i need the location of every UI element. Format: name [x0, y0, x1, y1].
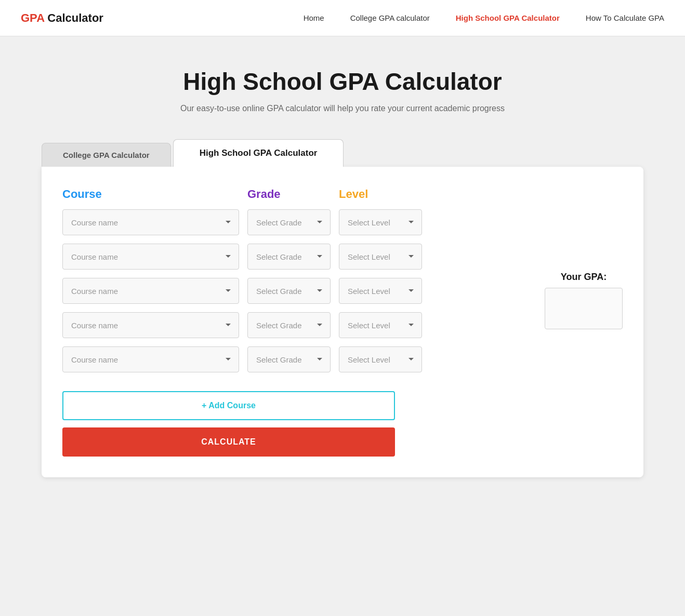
- col-header-grade: Grade: [247, 188, 331, 201]
- level-select-3[interactable]: Select Level RegularHonorsAP: [339, 278, 422, 304]
- gpa-result-box: [545, 288, 623, 329]
- column-headers: Course Grade Level: [62, 188, 623, 201]
- grade-select-4[interactable]: Select Grade A+AA- B+BB- C+CC- DF: [247, 312, 331, 338]
- col-header-course: Course: [62, 188, 239, 201]
- nav-home[interactable]: Home: [304, 14, 324, 22]
- level-select-4[interactable]: Select Level RegularHonorsAP: [339, 312, 422, 338]
- logo-gpa: GPA: [21, 11, 44, 24]
- page-subtitle: Our easy-to-use online GPA calculator wi…: [42, 104, 643, 113]
- col-header-level: Level: [339, 188, 422, 201]
- table-row: Course name Select Grade A+ A A- B+ B B-…: [62, 209, 524, 235]
- nav-college-gpa[interactable]: College GPA calculator: [350, 14, 430, 22]
- course-select-1[interactable]: Course name: [62, 209, 239, 235]
- level-select-5[interactable]: Select Level RegularHonorsAP: [339, 346, 422, 372]
- rows-section: Course name Select Grade A+ A A- B+ B B-…: [62, 209, 524, 381]
- logo: GPA Calculator: [21, 11, 103, 25]
- tabs-container: College GPA Calculator High School GPA C…: [42, 139, 643, 167]
- tab-highschool-gpa[interactable]: High School GPA Calculator: [173, 139, 344, 167]
- gpa-section: Your GPA:: [545, 272, 623, 329]
- table-row: Course name Select Grade A+AA- B+BB- C+C…: [62, 312, 524, 338]
- table-row: Course name Select Grade A+AA- B+BB- C+C…: [62, 346, 524, 372]
- rows-and-gpa: Course name Select Grade A+ A A- B+ B B-…: [62, 209, 623, 381]
- course-select-3[interactable]: Course name: [62, 278, 239, 304]
- grade-select-2[interactable]: Select Grade A+AA- B+BB- C+CC- DF: [247, 244, 331, 270]
- grade-select-5[interactable]: Select Grade A+AA- B+BB- C+CC- DF: [247, 346, 331, 372]
- calculator-card: Course Grade Level Course name Select Gr…: [42, 167, 643, 477]
- grade-select-3[interactable]: Select Grade A+AA- B+BB- C+CC- DF: [247, 278, 331, 304]
- page-title: High School GPA Calculator: [42, 68, 643, 96]
- table-row: Course name Select Grade A+AA- B+BB- C+C…: [62, 244, 524, 270]
- header: GPA Calculator Home College GPA calculat…: [0, 0, 685, 36]
- table-row: Course name Select Grade A+AA- B+BB- C+C…: [62, 278, 524, 304]
- nav: Home College GPA calculator High School …: [304, 14, 664, 22]
- actions-section: + Add Course CALCULATE: [62, 391, 623, 457]
- level-select-2[interactable]: Select Level RegularHonorsAP: [339, 244, 422, 270]
- calculate-button[interactable]: CALCULATE: [62, 427, 395, 457]
- gpa-label: Your GPA:: [561, 272, 607, 283]
- tab-college-gpa[interactable]: College GPA Calculator: [42, 143, 171, 167]
- nav-highschool-gpa[interactable]: High School GPA Calculator: [456, 14, 560, 22]
- course-select-2[interactable]: Course name: [62, 244, 239, 270]
- grade-select-1[interactable]: Select Grade A+ A A- B+ B B- C+ C C- D F: [247, 209, 331, 235]
- add-course-button[interactable]: + Add Course: [62, 391, 395, 420]
- logo-calculator: Calculator: [44, 11, 103, 24]
- page-title-section: High School GPA Calculator Our easy-to-u…: [42, 68, 643, 113]
- course-select-5[interactable]: Course name: [62, 346, 239, 372]
- course-select-4[interactable]: Course name: [62, 312, 239, 338]
- nav-how-to[interactable]: How To Calculate GPA: [586, 14, 664, 22]
- main-content: High School GPA Calculator Our easy-to-u…: [0, 36, 685, 616]
- level-select-1[interactable]: Select Level Regular Honors AP: [339, 209, 422, 235]
